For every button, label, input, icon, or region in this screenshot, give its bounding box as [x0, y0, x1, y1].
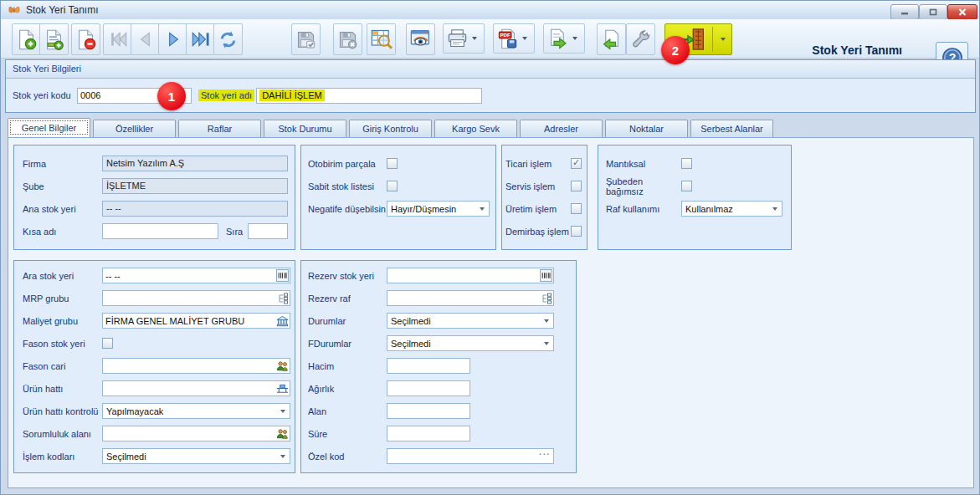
wrench-icon: [629, 28, 652, 51]
fason-stok-yeri-checkbox[interactable]: [102, 338, 113, 349]
tab-giris-kontrolu[interactable]: Giriş Kontrolu: [349, 120, 432, 137]
preview-eye-icon: [409, 28, 433, 51]
islem-kodlari-select[interactable]: Seçilmedi: [102, 448, 290, 464]
window-title: Stok Yeri Tanımı: [26, 4, 99, 16]
import-button[interactable]: [597, 23, 626, 55]
main-toolbar: PDF Stok Yeri Tanımı 8 Onaylandı ?: [1, 19, 979, 59]
stok-yeri-kodu-label: Stok yeri kodu: [13, 90, 77, 100]
delete-record-button[interactable]: [71, 23, 100, 55]
copy-record-button[interactable]: [39, 23, 69, 55]
last-record-button[interactable]: [186, 23, 215, 55]
durumlar-label: Durumlar: [308, 316, 387, 326]
demirbas-islem-checkbox[interactable]: [571, 226, 582, 237]
minimize-button[interactable]: [890, 4, 919, 20]
fdurumlar-select[interactable]: Seçilmedi: [387, 335, 554, 351]
ara-stok-yeri-input[interactable]: -- --: [102, 268, 290, 283]
restore-button[interactable]: [919, 4, 947, 20]
tab-serbest-alanlar[interactable]: Serbest Alanlar: [690, 120, 773, 137]
title-bar: Stok Yeri Tanımı: [1, 1, 979, 20]
last-record-icon: [190, 28, 212, 50]
ozel-kod-input[interactable]: [387, 448, 554, 464]
people-lookup-icon[interactable]: [276, 427, 289, 440]
print-dropdown-arrow-icon[interactable]: [472, 37, 477, 40]
close-button[interactable]: [947, 4, 977, 20]
save-cancel-icon: [336, 28, 359, 51]
barcode-lookup-icon[interactable]: [276, 269, 289, 282]
barcode-lookup-icon[interactable]: [540, 269, 552, 282]
app-logo-butterfly-icon: [8, 3, 21, 17]
otobirim-parcala-checkbox[interactable]: [387, 158, 398, 169]
sure-input[interactable]: [387, 426, 470, 441]
raf-group: Mantıksal Şubeden bağımsız Raf kullanımı…: [598, 145, 792, 250]
next-record-button[interactable]: [158, 23, 187, 55]
chevron-down-icon: [276, 410, 290, 413]
export-button[interactable]: [543, 23, 585, 54]
durumlar-select[interactable]: Seçilmedi: [387, 313, 554, 329]
fason-stok-yeri-label: Fason stok yeri: [23, 339, 102, 349]
urun-hatti-kontrolu-select[interactable]: Yapılmayacak: [102, 403, 290, 419]
kisa-adi-input[interactable]: [102, 223, 218, 239]
maliyet-grubu-input[interactable]: FİRMA GENEL MALİYET GRUBU: [102, 313, 290, 329]
new-record-button[interactable]: [12, 23, 41, 55]
fason-cari-input[interactable]: [102, 358, 290, 374]
tree-lookup-icon[interactable]: [276, 292, 289, 304]
tab-noktalar[interactable]: Noktalar: [605, 120, 688, 137]
hacim-input[interactable]: [387, 358, 470, 374]
people-lookup-icon[interactable]: [276, 360, 289, 372]
export-dropdown-arrow-icon[interactable]: [572, 37, 577, 40]
fdurumlar-label: FDurumlar: [308, 339, 387, 349]
tree-lookup-icon[interactable]: [540, 292, 552, 304]
svg-text:PDF: PDF: [500, 32, 511, 38]
tab-strip: Genel Bilgiler Özellikler Raflar Stok Du…: [8, 120, 773, 137]
preview-button[interactable]: [406, 23, 435, 55]
save-close-button[interactable]: [333, 23, 362, 55]
production-line-lookup-icon[interactable]: [276, 382, 289, 395]
copy-document-icon: [43, 28, 65, 51]
save-button[interactable]: [291, 23, 321, 55]
group-title: Stok Yeri Bilgileri: [6, 60, 975, 79]
negatife-dusebilsin-select[interactable]: Hayır/Düşmesin: [387, 201, 490, 217]
uretim-islem-label: Üretim işlem: [505, 204, 571, 214]
tab-ozellikler[interactable]: Özellikler: [93, 120, 176, 137]
servis-islem-checkbox[interactable]: [571, 181, 582, 191]
mrp-grubu-input[interactable]: [102, 290, 290, 306]
subeden-bagimsiz-checkbox[interactable]: [681, 181, 692, 191]
ticari-islem-checkbox[interactable]: [571, 158, 582, 169]
rezerv-raf-input[interactable]: [387, 290, 554, 306]
company-group: Firma Netsim Yazılım A.Ş Şube İŞLETME An…: [13, 145, 295, 250]
export-pdf-button[interactable]: PDF: [493, 23, 535, 54]
tab-raflar[interactable]: Raflar: [178, 120, 261, 137]
stok-yeri-adi-input[interactable]: DAHİLİ İŞLEM: [256, 88, 482, 104]
mantiksal-checkbox[interactable]: [681, 158, 692, 169]
tab-kargo-sevk[interactable]: Kargo Sevk: [434, 120, 517, 137]
refresh-button[interactable]: [213, 23, 243, 55]
detail-right-group: Rezerv stok yeri Rezerv raf Durumlar Seç…: [300, 260, 577, 473]
record-grid-button[interactable]: [367, 23, 396, 55]
rezerv-stok-yeri-input[interactable]: [387, 268, 554, 283]
bank-lookup-icon[interactable]: [276, 314, 289, 327]
otobirim-parcala-label: Otobirim parçala: [308, 159, 387, 169]
settings-button[interactable]: [626, 23, 655, 55]
first-record-button[interactable]: [103, 23, 132, 55]
ellipsis-lookup-icon[interactable]: ···: [539, 449, 551, 459]
urun-hatti-input[interactable]: [102, 380, 290, 396]
previous-record-button[interactable]: [131, 23, 160, 55]
mrp-grubu-label: MRP grubu: [23, 293, 102, 304]
exit-dropdown-arrow-icon[interactable]: [712, 27, 726, 52]
save-icon: [295, 28, 317, 51]
tab-stok-durumu[interactable]: Stok Durumu: [264, 120, 346, 137]
uretim-islem-checkbox[interactable]: [571, 203, 582, 214]
raf-kullanimi-select[interactable]: Kullanılmaz: [681, 201, 782, 217]
alan-input[interactable]: [387, 403, 470, 419]
pdf-dropdown-arrow-icon[interactable]: [522, 37, 527, 40]
sira-input[interactable]: [248, 223, 288, 239]
demirbas-islem-label: Demirbaş işlem: [505, 227, 571, 237]
tab-adresler[interactable]: Adresler: [520, 120, 603, 137]
urun-hatti-label: Ürün hattı: [23, 384, 102, 394]
print-button[interactable]: [443, 23, 485, 54]
chevron-down-icon: [768, 207, 782, 211]
sabit-stok-listesi-checkbox[interactable]: [387, 181, 398, 191]
agirlik-input[interactable]: [387, 380, 470, 396]
tab-genel-bilgiler[interactable]: Genel Bilgiler: [8, 118, 90, 137]
sorumluluk-alani-input[interactable]: [102, 426, 290, 441]
